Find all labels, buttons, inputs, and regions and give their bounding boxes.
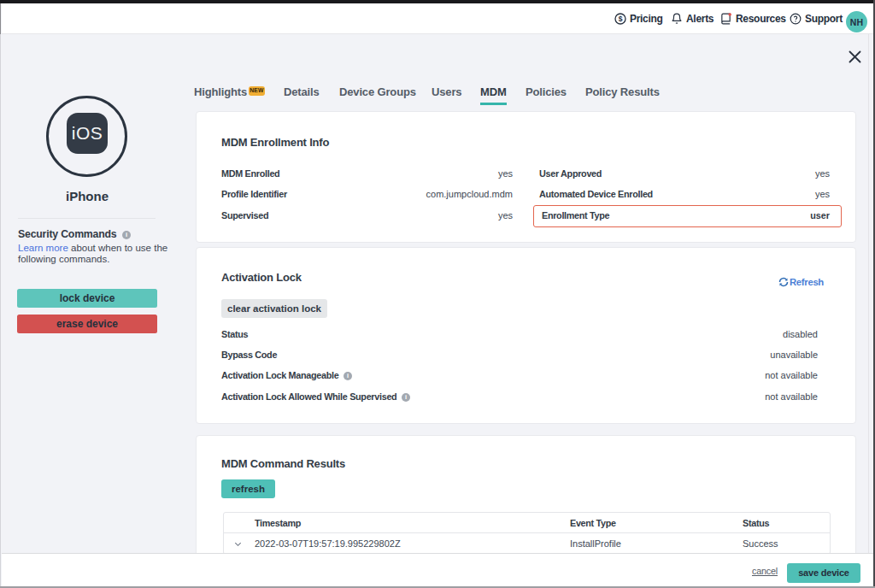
svg-text:$: $ [619, 15, 623, 23]
